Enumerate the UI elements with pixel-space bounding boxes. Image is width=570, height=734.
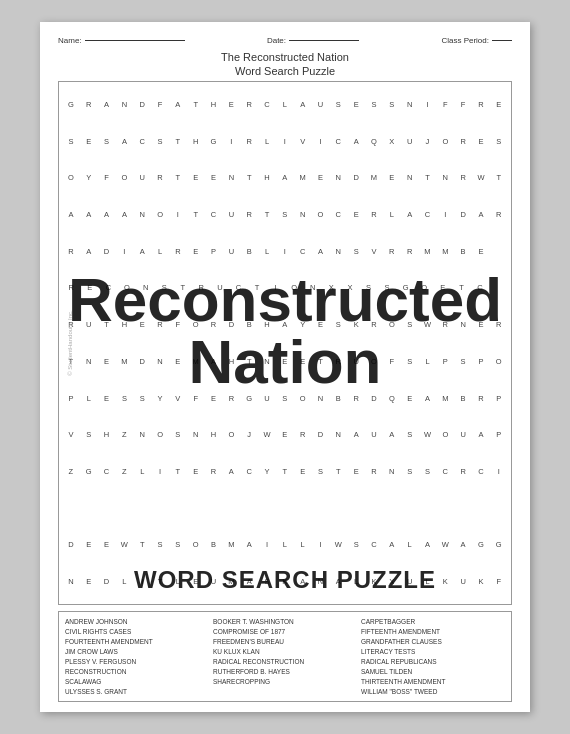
grid-cell: T [135,527,149,564]
grid-cell: G [64,86,78,123]
puzzle-grid: GRANDFATHERCLAUSESSNIFFRESESACSTHGIRLIVI… [59,82,511,604]
grid-cell: T [189,86,203,123]
grid-row: ZGCZLITERACYTESTERNSSCRCI [62,453,508,490]
grid-cell: P [64,380,78,417]
grid-cell: S [420,453,434,490]
grid-cell: D [367,380,381,417]
grid-cell: U [82,306,96,343]
grid-cell: T [420,159,434,196]
grid-cell: J [420,123,434,160]
grid-cell [349,490,363,527]
grid-cell: S [380,270,394,307]
grid-cell: N [403,159,417,196]
grid-cell: A [456,527,470,564]
grid-cell: S [278,380,292,417]
grid-cell: R [349,380,363,417]
grid-cell: O [64,159,78,196]
grid-cell: A [117,196,131,233]
grid-cell: R [64,270,78,307]
grid-cell: E [82,123,96,160]
grid-cell: L [420,343,434,380]
word-item: COMPROMISE OF 1877 [213,627,357,636]
grid-row: OYFOURTEENTHAMENDMENTNRWT [62,159,508,196]
grid-cell: A [296,86,310,123]
grid-cell: L [349,563,363,600]
grid-cell: N [331,159,345,196]
grid-cell: R [474,380,488,417]
grid-cell: U [403,563,417,600]
grid-cell: C [473,270,487,307]
grid-cell: E [349,196,363,233]
word-item: RECONSTRUCTION [65,667,209,676]
grid-cell: C [207,196,221,233]
grid-row: NEDLITLEUMASKANALKXULKUKF [62,563,508,600]
grid-cell: S [278,196,292,233]
grid-cell: S [260,563,274,600]
grid-cell: E [349,86,363,123]
grid-cell: I [117,233,131,270]
grid-cell: H [117,306,131,343]
grid-cell: E [385,159,399,196]
word-item: RUTHERFORD B. HAYES [213,667,357,676]
grid-cell [456,490,470,527]
period-label: Class Period: [441,36,489,45]
grid-cell: T [171,123,185,160]
grid-cell [278,490,292,527]
grid-cell: K [474,563,488,600]
grid-cell: L [117,563,131,600]
grid-cell: F [385,343,399,380]
grid-cell: B [207,527,221,564]
grid-cell: R [403,233,417,270]
period-field: Class Period: [441,36,512,45]
grid-row: SESACSTHGIRLIVICAQXUJORES [62,123,508,160]
grid-cell [260,490,274,527]
grid-row: RECONSTRUCTIONXXSSGOETC [62,270,508,307]
grid-cell [367,490,381,527]
grid-cell: N [331,416,345,453]
grid-cell: S [153,527,167,564]
grid-cell [420,490,434,527]
grid-cell: M [189,343,203,380]
grid-cell: U [135,159,149,196]
grid-cell: S [64,123,78,160]
grid-cell: D [349,159,363,196]
grid-cell: B [242,233,256,270]
grid-cell: V [296,123,310,160]
grid-cell: D [456,196,470,233]
grid-cell [82,490,96,527]
grid-cell: L [135,453,149,490]
title-section: The Reconstructed Nation Word Search Puz… [58,51,512,77]
grid-cell: O [385,306,399,343]
side-watermark: © StudentHandouts, Inc. [67,310,73,375]
grid-cell: N [135,416,149,453]
grid-cell: S [456,343,470,380]
grid-cell: O [117,159,131,196]
grid-cell: S [403,306,417,343]
name-label: Name: [58,36,82,45]
grid-cell: A [278,159,292,196]
grid-cell: R [456,123,470,160]
grid-cell: C [474,453,488,490]
grid-cell: R [474,86,488,123]
grid-cell: H [207,416,221,453]
grid-cell [207,490,221,527]
grid-cell: R [456,159,470,196]
grid-cell: O [224,416,238,453]
grid-cell: E [474,123,488,160]
grid-cell: C [101,270,115,307]
grid-cell [117,490,131,527]
grid-cell: L [260,233,274,270]
grid-cell: A [331,563,345,600]
grid-cell: N [314,563,328,600]
word-item: ANDREW JOHNSON [65,617,209,626]
grid-row [62,490,508,527]
grid-cell: S [403,416,417,453]
grid-cell: A [349,416,363,453]
grid-cell: S [367,86,381,123]
grid-cell: O [367,343,381,380]
grid-cell: E [474,233,488,270]
grid-cell: H [207,86,221,123]
grid-cell: I [153,453,167,490]
grid-cell: E [82,527,96,564]
word-item: SHARECROPPING [213,677,357,686]
